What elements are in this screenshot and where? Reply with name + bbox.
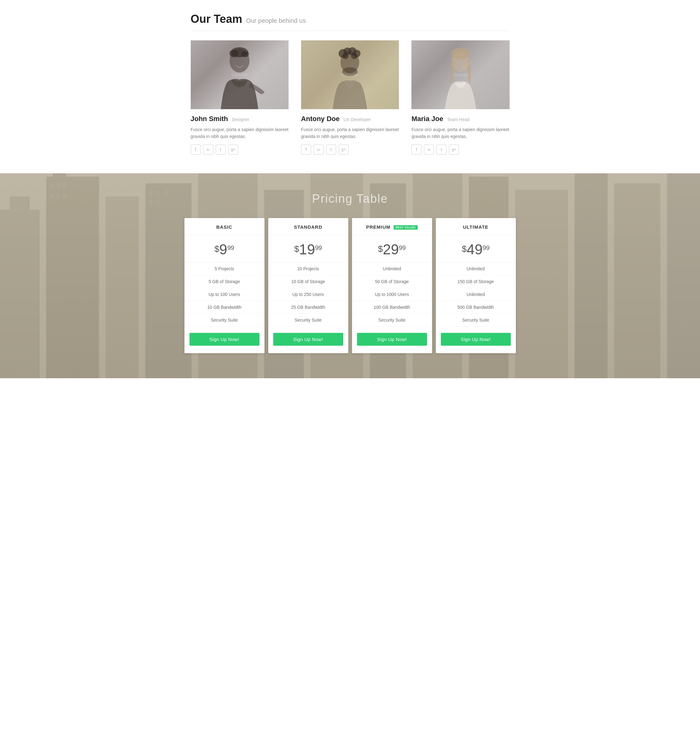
member-name-maria: Maria Joe [412,115,443,123]
facebook-icon-maria[interactable]: f [412,144,421,155]
pricing-header-standard: STANDARD [268,218,348,235]
feature-premium-2: Up to 1000 Users [352,288,432,301]
svg-rect-15 [0,210,40,378]
feature-basic-2: Up to 100 Users [184,288,265,301]
member-role-maria: Team Head [447,117,469,122]
member-bio-john: Fusce orci augue, porta a sapien digniss… [191,126,288,140]
feature-basic-3: 10 GB Bandwidth [184,301,265,314]
feature-standard-4: Security Suite [268,314,348,327]
signup-button-ultimate[interactable]: Sign Up Now! [441,333,511,346]
pricing-card-basic: BASIC $999 5 Projects 5 GB of Storage Up… [184,218,265,353]
googleplus-icon-maria[interactable]: g+ [449,144,459,155]
linkedin-icon-antony[interactable]: in [313,144,324,155]
pricing-header-ultimate: ULTIMATE [436,218,516,235]
our-team-section: Our Team Our people behind us [184,0,516,173]
feature-ultimate-4: Security Suite [436,314,516,327]
googleplus-icon-john[interactable]: g+ [228,144,238,155]
pricing-card-premium: PREMIUM BEST VALUE! $2999 Unlimited 50 G… [352,218,432,353]
feature-ultimate-2: Unlimited [436,288,516,301]
svg-rect-35 [56,183,60,189]
features-standard: 10 Projects 10 GB of Storage Up to 250 U… [268,262,348,327]
member-role-john: Designer [232,117,250,122]
plan-name-premium: PREMIUM [366,224,391,230]
feature-standard-0: 10 Projects [268,262,348,275]
team-card-john: ©envato John Smith Designer Fusce orci a… [191,40,288,155]
feature-premium-3: 100 GB Bandwidth [352,301,432,314]
member-bio-maria: Fusce orci augue, porta a sapien digniss… [412,126,509,140]
facebook-icon-antony[interactable]: f [301,144,311,155]
features-premium: Unlimited 50 GB of Storage Up to 1000 Us… [352,262,432,327]
svg-point-13 [451,48,470,59]
svg-rect-17 [46,177,99,378]
plan-name-standard: STANDARD [294,224,322,230]
pricing-card-ultimate: ULTIMATE $4999 Unlimited 150 GB of Stora… [436,218,516,353]
team-card-maria: ©envato Maria Joe Team Head Fusce orci a… [412,40,509,155]
social-icons-john: f in t g+ [191,144,288,155]
price-wrap-premium: $2999 [352,235,432,262]
team-grid: ©envato John Smith Designer Fusce orci a… [191,40,510,155]
googleplus-icon-antony[interactable]: g+ [338,144,349,155]
svg-rect-18 [53,173,66,177]
pricing-header-basic: BASIC [184,218,265,235]
svg-rect-28 [515,190,568,378]
price-wrap-standard: $1999 [268,235,348,262]
team-card-antony: ©envato Antony Doe UX Developer Fusce or… [301,40,399,155]
svg-rect-34 [49,183,53,189]
twitter-icon-antony[interactable]: t [326,144,336,155]
signup-button-premium[interactable]: Sign Up Now! [357,333,427,346]
pricing-cta-ultimate: Sign Up Now! [436,327,516,353]
plan-name-ultimate: ULTIMATE [463,224,489,230]
pricing-section: Pricing Table BASIC $999 5 Projects 5 GB… [0,173,700,378]
price-standard: $1999 [294,241,322,258]
pricing-card-standard: STANDARD $1999 10 Projects 10 GB of Stor… [268,218,348,353]
plan-name-basic: BASIC [216,224,232,230]
team-photo-maria: ©envato [412,40,509,109]
feature-basic-0: 5 Projects [184,262,265,275]
team-photo-john: ©envato [191,40,288,109]
member-name-john: John Smith [191,115,228,123]
section-heading: Our Team Our people behind us [191,13,510,31]
pricing-cta-premium: Sign Up Now! [352,327,432,353]
team-photo-antony: ©envato [301,40,399,109]
signup-button-standard[interactable]: Sign Up Now! [273,333,343,346]
facebook-icon-john[interactable]: f [191,144,201,155]
social-icons-antony: f in t g+ [301,144,399,155]
linkedin-icon-maria[interactable]: in [424,144,434,155]
svg-point-2 [229,50,238,57]
svg-rect-19 [106,196,139,378]
pricing-title: Pricing Table [6,192,694,206]
pricing-cta-standard: Sign Up Now! [268,327,348,353]
price-wrap-ultimate: $4999 [436,235,516,262]
features-basic: 5 Projects 5 GB of Storage Up to 100 Use… [184,262,265,327]
svg-point-10 [351,53,357,59]
feature-standard-2: Up to 250 Users [268,288,348,301]
feature-ultimate-0: Unlimited [436,262,516,275]
twitter-icon-maria[interactable]: t [437,144,446,155]
svg-point-3 [241,51,249,57]
member-name-antony: Antony Doe [301,115,340,123]
twitter-icon-john[interactable]: t [216,144,226,155]
feature-ultimate-1: 150 GB of Storage [436,275,516,288]
pricing-cta-basic: Sign Up Now! [184,327,265,353]
feature-standard-1: 10 GB of Storage [268,275,348,288]
price-basic: $999 [215,241,234,258]
features-ultimate: Unlimited 150 GB of Storage Unlimited 50… [436,262,516,327]
pricing-grid: BASIC $999 5 Projects 5 GB of Storage Up… [184,218,516,353]
member-bio-antony: Fusce orci augue, porta a sapien digniss… [301,126,399,140]
svg-point-9 [342,53,349,59]
linkedin-icon-john[interactable]: in [203,144,213,155]
svg-rect-36 [63,183,67,189]
feature-basic-1: 5 GB of Storage [184,275,265,288]
member-role-antony: UX Developer [344,117,371,122]
section-subtitle: Our people behind us [246,17,306,24]
feature-premium-1: 50 GB of Storage [352,275,432,288]
feature-standard-3: 25 GB Bandwidth [268,301,348,314]
signup-button-basic[interactable]: Sign Up Now! [190,333,259,346]
section-title: Our Team [191,13,242,26]
price-premium: $2999 [378,241,406,258]
feature-basic-4: Security Suite [184,314,265,327]
price-ultimate: $4999 [462,241,490,258]
price-wrap-basic: $999 [184,235,265,262]
pricing-heading: Pricing Table [6,192,694,206]
feature-ultimate-3: 500 GB Bandwidth [436,301,516,314]
